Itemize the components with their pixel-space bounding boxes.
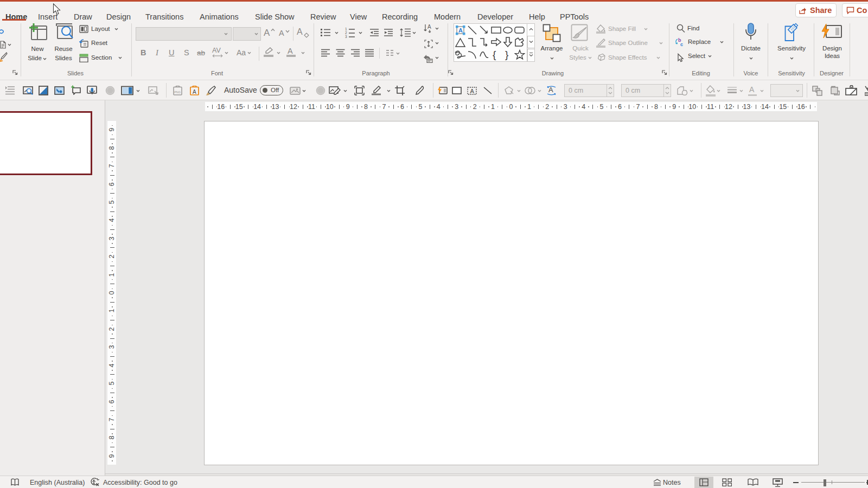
svg-text:A: A [458, 27, 463, 34]
svg-text:3: 3 [345, 35, 347, 38]
svg-text:A: A [470, 88, 475, 94]
svg-text:A: A [193, 89, 196, 95]
svg-text:{: { [493, 49, 496, 60]
svg-text:A: A [427, 24, 431, 30]
svg-text:}: } [505, 49, 508, 60]
svg-text:2: 2 [345, 31, 347, 35]
svg-text:c: c [680, 42, 683, 47]
svg-text:PNG: PNG [174, 91, 181, 94]
svg-text:1: 1 [345, 27, 347, 31]
